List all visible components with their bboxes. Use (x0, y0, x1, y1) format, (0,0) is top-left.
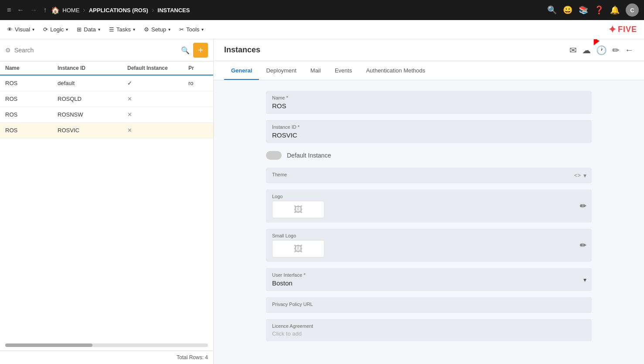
name-field: Name * ROS (266, 91, 592, 114)
small-logo-label: Small Logo (272, 233, 586, 238)
up-icon[interactable]: ↑ (41, 4, 48, 16)
row-instance-id: ROSVIC (58, 127, 127, 134)
col-header-name: Name (5, 65, 58, 71)
row-name: ROS (5, 80, 58, 86)
instances-crumb[interactable]: INSTANCES (157, 7, 190, 14)
logo-placeholder[interactable]: 🖼 (272, 201, 324, 218)
default-instance-label: Default Instance (287, 152, 331, 159)
second-nav-left: 👁 Visual ▾ ⟳ Logic ▾ ⊞ Data ▾ ☰ Tasks ▾ … (7, 26, 204, 33)
user-interface-field[interactable]: User Interface * Boston ▾ (266, 268, 592, 291)
small-image-icon: 🖼 (294, 244, 303, 254)
notifications-icon[interactable]: 🔔 (610, 5, 620, 15)
small-logo-edit-icon[interactable]: ✏ (580, 240, 586, 250)
row-name: ROS (5, 127, 58, 134)
search-input[interactable] (14, 47, 177, 54)
row-name: ROS (5, 111, 58, 118)
user-icon[interactable]: 😀 (563, 5, 572, 15)
nav-tasks[interactable]: ☰ Tasks ▾ (109, 26, 135, 33)
row-name: ROS (5, 96, 58, 102)
tab-mail[interactable]: Mail (303, 62, 328, 80)
right-panel-header: Instances ✉ ☁ 🕐 ✏ ← (214, 39, 644, 61)
sidebar-header: ⚙ 🔍 + (0, 39, 213, 62)
row-default-x: ✕ (127, 111, 188, 118)
logo-edit-icon[interactable]: ✏ (580, 201, 586, 211)
table-row[interactable]: ROS ROSNSW ✕ (0, 107, 213, 123)
clock-icon[interactable]: 🕐 (596, 45, 607, 55)
main-content: ⚙ 🔍 + Name Instance ID Default Instance … (0, 39, 644, 364)
small-logo-placeholder[interactable]: 🖼 (272, 240, 324, 258)
logic-dropdown-icon: ▾ (66, 27, 68, 32)
nav-setup[interactable]: ⚙ Setup ▾ (144, 26, 170, 33)
row-default-x: ✕ (127, 96, 188, 102)
nav-visual[interactable]: 👁 Visual ▾ (7, 26, 34, 33)
tab-auth-methods[interactable]: Authentication Methods (359, 62, 432, 80)
data-icon: ⊞ (77, 26, 82, 33)
forward-icon[interactable]: → (28, 4, 39, 16)
table-row[interactable]: ROS ROSQLD ✕ (0, 91, 213, 107)
instance-id-label: Instance ID * (272, 124, 586, 130)
row-pr: ro (188, 80, 208, 86)
library-icon[interactable]: 📚 (579, 5, 588, 15)
setup-icon: ⚙ (144, 26, 149, 33)
tab-events[interactable]: Events (328, 62, 359, 80)
tab-general[interactable]: General (224, 62, 259, 80)
row-default-check: ✓ (127, 80, 188, 86)
add-button[interactable]: + (193, 43, 208, 58)
hamburger-icon[interactable]: ≡ (5, 4, 13, 16)
table-row[interactable]: ROS default ✓ ro (0, 76, 213, 91)
nav-logic[interactable]: ⟳ Logic ▾ (43, 26, 68, 33)
five-logo-icon: ✦ (608, 24, 616, 35)
name-value[interactable]: ROS (272, 102, 586, 110)
search-global-icon[interactable]: 🔍 (547, 5, 557, 15)
form-area: Name * ROS Instance ID * ROSVIC Default … (214, 80, 644, 364)
chevron-down-icon: ▾ (583, 172, 586, 179)
page-title: Instances (224, 45, 260, 55)
default-instance-row: Default Instance (266, 149, 592, 161)
default-instance-toggle[interactable] (266, 151, 282, 160)
col-header-instance-id: Instance ID (58, 65, 127, 71)
code-icon: <> (574, 172, 581, 179)
scrollbar-thumb (5, 343, 92, 347)
row-instance-id: default (58, 80, 127, 86)
table-footer: Total Rows: 4 (0, 350, 213, 364)
user-interface-label: User Interface * (272, 272, 586, 278)
tab-deployment[interactable]: Deployment (259, 62, 303, 80)
tabs-bar: General Deployment Mail Events Authentic… (214, 61, 644, 80)
table-row[interactable]: ROS ROSVIC ✕ (0, 123, 213, 138)
svg-line-0 (595, 39, 600, 42)
licence-agreement-field[interactable]: Licence Agreement Click to add (266, 319, 592, 341)
col-header-pr: Pr (188, 65, 208, 71)
right-panel: Instances ✉ ☁ 🕐 ✏ ← Ge (214, 39, 644, 364)
theme-field[interactable]: Theme <> ▾ (266, 168, 592, 183)
tools-icon: ✂ (179, 26, 184, 33)
back-icon[interactable]: ← (15, 4, 26, 16)
search-icon[interactable]: 🔍 (181, 46, 190, 55)
avatar[interactable]: C (626, 3, 639, 17)
instance-id-field: Instance ID * ROSVIC (266, 120, 592, 143)
applications-crumb[interactable]: APPLICATIONS (ROS) (89, 7, 148, 14)
five-logo: ✦ FIVE (608, 24, 637, 35)
help-icon[interactable]: ❓ (594, 5, 604, 15)
home-crumb[interactable]: HOME (62, 7, 79, 14)
back-icon[interactable]: ← (625, 45, 634, 55)
data-dropdown-icon: ▾ (98, 27, 100, 32)
logo-field: Logo 🖼 ✏ (266, 189, 592, 223)
nav-data[interactable]: ⊞ Data ▾ (77, 26, 100, 33)
sidebar: ⚙ 🔍 + Name Instance ID Default Instance … (0, 39, 214, 364)
theme-field-icons: <> ▾ (574, 172, 586, 179)
edit-icon[interactable]: ✏ (612, 45, 620, 55)
top-nav-bar: ≡ ← → ↑ 🏠 HOME › APPLICATIONS (ROS) › IN… (0, 0, 644, 20)
col-header-default: Default Instance (127, 65, 188, 71)
top-nav-left: ≡ ← → ↑ 🏠 HOME › APPLICATIONS (ROS) › IN… (5, 4, 544, 16)
envelope-icon[interactable]: ✉ (569, 45, 577, 55)
cloud-icon[interactable]: ☁ (582, 45, 591, 55)
nav-tools[interactable]: ✂ Tools ▾ (179, 26, 204, 33)
privacy-policy-field[interactable]: Privacy Policy URL (266, 297, 592, 313)
setup-dropdown-icon: ▾ (168, 27, 170, 32)
image-icon: 🖼 (294, 205, 303, 215)
instance-id-value[interactable]: ROSVIC (272, 131, 586, 139)
second-nav-bar: 👁 Visual ▾ ⟳ Logic ▾ ⊞ Data ▾ ☰ Tasks ▾ … (0, 20, 644, 39)
name-label: Name * (272, 95, 586, 100)
row-default-x: ✕ (127, 127, 188, 134)
horizontal-scrollbar[interactable] (5, 343, 208, 347)
